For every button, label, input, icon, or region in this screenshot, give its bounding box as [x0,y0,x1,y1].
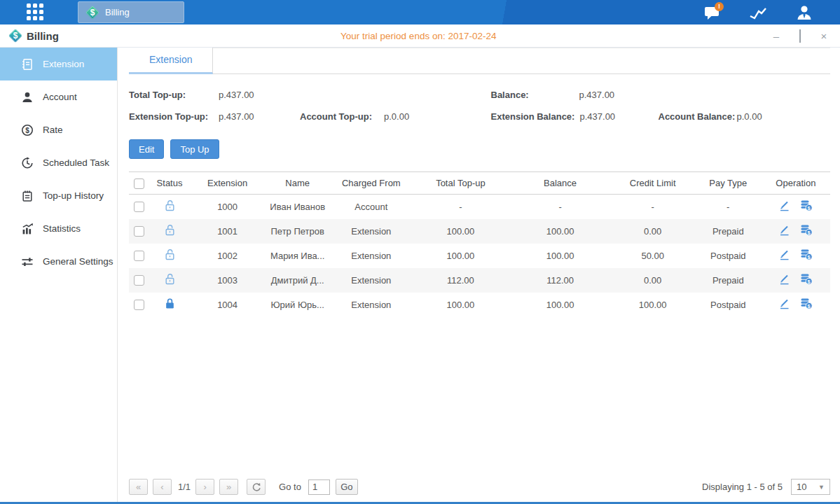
select-all-checkbox[interactable] [134,178,144,189]
statistics-chart-icon[interactable] [749,4,767,22]
scheduled-task-icon [21,157,34,169]
account-icon [21,91,34,104]
topup-row-button[interactable]: $ [800,273,813,287]
sidebar-label: Extension [43,59,84,69]
charged-from-cell: Extension [331,293,411,317]
top-taskbar: $ Billing ! [0,0,840,24]
pay-type-cell: Postpaid [695,244,762,268]
name-cell: Юрий Юрь... [264,293,331,317]
tab-extension[interactable]: Extension [129,48,213,74]
goto-label: Go to [279,482,301,492]
pay-type-cell: Prepaid [695,219,762,244]
topup-row-button[interactable]: $ [800,200,813,214]
edit-icon [778,298,790,309]
edit-row-button[interactable] [778,248,790,262]
table-row: 1000Иван ИвановAccount----$ [129,195,830,219]
sidebar-item-account[interactable]: Account [0,80,117,113]
credit-limit-cell: 50.00 [611,244,695,268]
topup-row-button[interactable]: $ [800,224,813,238]
sidebar: Extension Account $ Rate Scheduled Task [0,48,118,502]
table-row: 1003Дмитрий Д...Extension112.00112.000.0… [129,268,830,293]
status-cell [149,219,191,244]
balance-label: Balance: [491,90,579,100]
header-balance: Balance [509,172,610,195]
extension-cell: 1002 [191,244,264,268]
edit-icon [778,273,790,285]
prev-page-button[interactable]: ‹ [153,479,172,495]
minimize-button[interactable]: – [771,31,781,41]
charged-from-cell: Extension [331,268,411,293]
sidebar-label: Rate [43,125,63,135]
balance-cell: 100.00 [509,293,610,317]
refresh-button[interactable] [247,479,266,495]
topup-coins-icon: $ [800,248,813,260]
displaying-text: Displaying 1 - 5 of 5 [702,482,783,492]
total-topup-cell: 112.00 [411,268,509,293]
extension-icon [21,58,34,71]
trial-notice: Your trial period ends on: 2017-02-24 [340,24,496,48]
apps-grid-icon[interactable] [27,4,45,22]
main-panel: Extension Total Top-up: p.437.00 Extensi… [118,48,840,502]
edit-row-button[interactable] [778,224,790,238]
operation-cell: $ [762,244,830,268]
task-tab-billing[interactable]: $ Billing [78,1,184,23]
extension-table: Status Extension Name Charged From Total… [129,172,830,317]
row-checkbox[interactable] [134,226,144,237]
edit-row-button[interactable] [778,273,790,287]
go-button[interactable]: Go [336,479,358,495]
account-topup-label: Account Top-up: [300,111,384,122]
account-balance-label: Account Balance: [659,111,737,122]
sidebar-item-statistics[interactable]: Statistics [0,212,117,245]
sidebar-label: General Settings [43,256,113,267]
messages-icon[interactable]: ! [703,4,721,22]
unlocked-icon [164,248,176,260]
row-checkbox[interactable] [134,202,144,212]
sidebar-label: Account [43,92,77,102]
next-page-button[interactable]: › [195,479,214,495]
status-cell [149,293,191,317]
balance-cell: 100.00 [509,244,610,268]
first-page-button[interactable]: « [129,479,148,495]
notification-badge: ! [715,2,724,11]
edit-button[interactable]: Edit [129,139,164,159]
edit-row-button[interactable] [778,298,790,312]
goto-page-input[interactable] [308,479,330,495]
pay-type-cell: Prepaid [695,268,762,293]
extension-cell: 1004 [191,293,264,317]
sidebar-item-topup-history[interactable]: Top-up History [0,179,117,212]
sidebar-item-scheduled-task[interactable]: Scheduled Task [0,146,117,179]
row-checkbox[interactable] [134,300,144,310]
action-buttons: Edit Top Up [129,139,830,159]
topup-coins-icon: $ [800,273,813,285]
operation-cell: $ [762,293,830,317]
top-up-button[interactable]: Top Up [170,139,219,159]
sidebar-item-general-settings[interactable]: General Settings [0,245,117,278]
user-account-icon[interactable] [795,4,813,22]
page-size-select[interactable]: 10 ▼ [791,479,830,495]
unlocked-icon [164,224,176,236]
summary-section: Total Top-up: p.437.00 Extension Top-up:… [129,90,830,133]
topup-row-button[interactable]: $ [800,298,813,312]
page-size-value: 10 [797,482,806,492]
charged-from-cell: Extension [331,219,411,244]
row-checkbox[interactable] [134,251,144,261]
edit-icon [778,224,790,236]
sidebar-item-rate[interactable]: $ Rate [0,113,117,146]
sidebar-item-extension[interactable]: Extension [0,48,117,80]
unlocked-icon [164,200,176,211]
balance-cell: 100.00 [509,219,610,244]
balance-value: p.437.00 [579,90,615,100]
close-button[interactable]: × [819,31,829,41]
statistics-icon [21,223,34,235]
header-operation: Operation [762,172,830,195]
edit-row-button[interactable] [778,200,790,214]
header-name: Name [264,172,331,195]
row-checkbox[interactable] [134,275,144,286]
topup-row-button[interactable]: $ [800,248,813,262]
last-page-button[interactable]: » [219,479,238,495]
billing-window-icon: $ [8,29,22,43]
maximize-button[interactable] [795,31,805,41]
unlocked-icon [164,273,176,285]
extension-cell: 1003 [191,268,264,293]
window-titlebar: $ Billing Your trial period ends on: 201… [0,24,840,48]
